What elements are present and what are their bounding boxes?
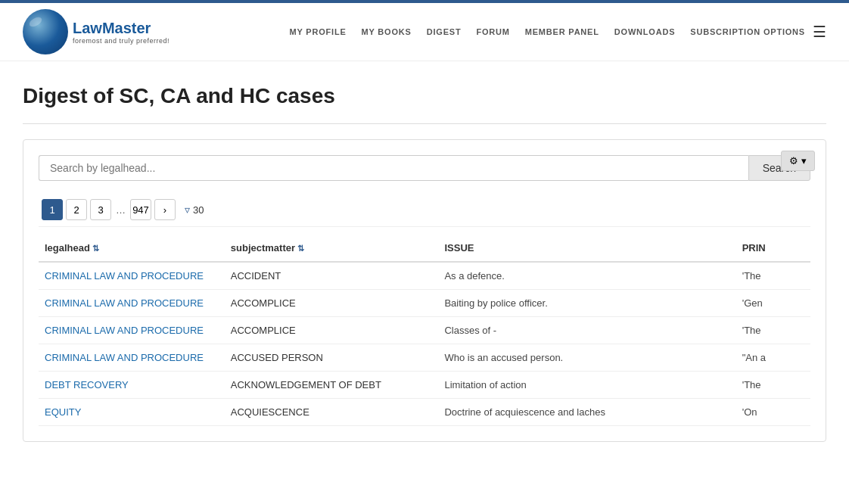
cell-subjectmatter: ACCOMPLICE: [225, 290, 439, 317]
page-title: Digest of SC, CA and HC cases: [23, 84, 826, 108]
cell-legalhead[interactable]: CRIMINAL LAW AND PROCEDURE: [39, 290, 225, 317]
logo-subtitle: foremost and truly preferred!: [73, 37, 169, 45]
cell-prin: 'On: [736, 399, 810, 426]
cell-prin: 'The: [736, 372, 810, 399]
cell-subjectmatter: ACCOMPLICE: [225, 317, 439, 344]
pagination-next-button[interactable]: ›: [154, 199, 176, 220]
cell-prin: 'The: [736, 262, 810, 290]
cell-issue: As a defence.: [438, 262, 735, 290]
cell-subjectmatter: ACCUSED PERSON: [225, 344, 439, 372]
nav-item-member-panel[interactable]: MEMBER PANEL: [525, 27, 599, 36]
cell-issue: Classes of -: [438, 317, 735, 344]
nav-item-forum[interactable]: FORUM: [476, 27, 509, 36]
settings-dropdown-arrow: ▾: [801, 155, 807, 166]
cell-legalhead[interactable]: CRIMINAL LAW AND PROCEDURE: [39, 317, 225, 344]
page-btn-2[interactable]: 2: [66, 199, 87, 220]
cell-prin: 'The: [736, 317, 810, 344]
table-row: CRIMINAL LAW AND PROCEDUREACCUSED PERSON…: [39, 344, 810, 372]
table-row: DEBT RECOVERYACKNOWLEDGEMENT OF DEBTLimi…: [39, 372, 810, 399]
filter-badge: ▿30: [185, 204, 204, 216]
pagination-row: 123…947›▿30: [39, 193, 810, 227]
hamburger-icon[interactable]: ☰: [813, 23, 826, 41]
th-label-subjectmatter: subjectmatter: [231, 242, 295, 254]
table-row: CRIMINAL LAW AND PROCEDUREACCOMPLICEClas…: [39, 317, 810, 344]
th-issue: ISSUE: [438, 235, 735, 262]
cell-prin: 'Gen: [736, 290, 810, 317]
settings-button[interactable]: ⚙ ▾: [781, 151, 815, 171]
main-nav: MY PROFILEMY BOOKSDIGESTFORUMMEMBER PANE…: [290, 27, 805, 36]
cell-subjectmatter: ACQUIESCENCE: [225, 399, 439, 426]
cell-legalhead[interactable]: CRIMINAL LAW AND PROCEDURE: [39, 262, 225, 290]
th-legalhead[interactable]: legalhead: [39, 235, 225, 262]
search-row: Search: [39, 155, 810, 181]
cell-issue: Doctrine of acquiescence and laches: [438, 399, 735, 426]
search-card: ⚙ ▾ Search 123…947›▿30 legalheadsubjectm…: [23, 139, 826, 442]
th-subjectmatter[interactable]: subjectmatter: [225, 235, 439, 262]
cell-legalhead[interactable]: CRIMINAL LAW AND PROCEDURE: [39, 344, 225, 372]
th-prin: PRIN: [736, 235, 810, 262]
table-body: CRIMINAL LAW AND PROCEDUREACCIDENTAs a d…: [39, 262, 810, 426]
cell-issue: Who is an accused person.: [438, 344, 735, 372]
table-header-row: legalheadsubjectmatterISSUEPRIN: [39, 235, 810, 262]
cell-legalhead[interactable]: EQUITY: [39, 399, 225, 426]
divider: [23, 123, 826, 124]
nav-item-my-profile[interactable]: MY PROFILE: [290, 27, 347, 36]
page-btn-3[interactable]: 3: [90, 199, 111, 220]
filter-icon: ▿: [185, 204, 190, 216]
gear-icon: ⚙: [789, 155, 798, 166]
table-row: CRIMINAL LAW AND PROCEDUREACCOMPLICEBait…: [39, 290, 810, 317]
page-btn-947[interactable]: 947: [130, 199, 151, 220]
cell-issue: Limitation of action: [438, 372, 735, 399]
table-header: legalheadsubjectmatterISSUEPRIN: [39, 235, 810, 262]
cell-issue: Baiting by police officer.: [438, 290, 735, 317]
nav-item-my-books[interactable]: MY BOOKS: [362, 27, 412, 36]
pagination-ellipsis: …: [114, 204, 127, 216]
header: LawMaster foremost and truly preferred! …: [0, 3, 849, 61]
table-row: EQUITYACQUIESCENCEDoctrine of acquiescen…: [39, 399, 810, 426]
th-label-legalhead: legalhead: [45, 242, 90, 254]
data-table: legalheadsubjectmatterISSUEPRIN CRIMINAL…: [39, 235, 810, 426]
logo-text: LawMaster foremost and truly preferred!: [73, 20, 169, 45]
logo-title: LawMaster: [73, 20, 169, 37]
filter-count: 30: [193, 204, 204, 216]
search-input[interactable]: [39, 155, 748, 181]
page-btn-1[interactable]: 1: [42, 199, 63, 220]
nav-item-subscription-options[interactable]: SUBSCRIPTION OPTIONS: [690, 27, 805, 36]
cell-legalhead[interactable]: DEBT RECOVERY: [39, 372, 225, 399]
cell-subjectmatter: ACCIDENT: [225, 262, 439, 290]
cell-subjectmatter: ACKNOWLEDGEMENT OF DEBT: [225, 372, 439, 399]
logo-globe: [23, 9, 68, 54]
logo-area: LawMaster foremost and truly preferred!: [23, 9, 169, 54]
main-content: Digest of SC, CA and HC cases ⚙ ▾ Search…: [0, 61, 849, 450]
nav-item-downloads[interactable]: DOWNLOADS: [614, 27, 676, 36]
table-row: CRIMINAL LAW AND PROCEDUREACCIDENTAs a d…: [39, 262, 810, 290]
nav-item-digest[interactable]: DIGEST: [427, 27, 462, 36]
cell-prin: "An a: [736, 344, 810, 372]
